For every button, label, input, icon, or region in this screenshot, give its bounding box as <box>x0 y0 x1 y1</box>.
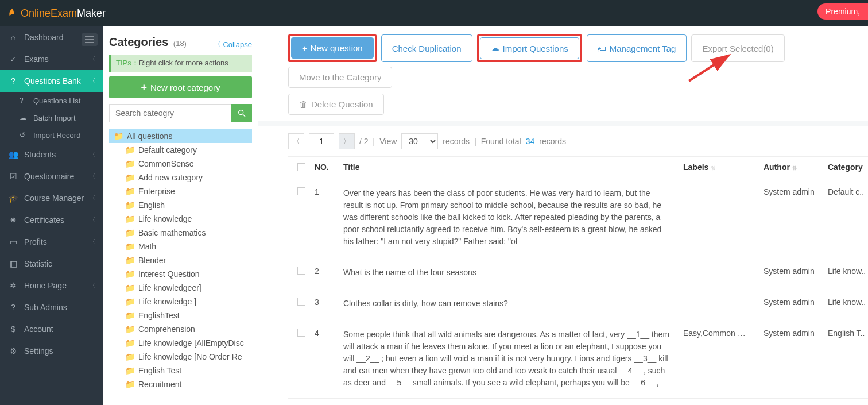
sidebar-item-account[interactable]: $ Account <box>0 318 103 340</box>
row-checkbox[interactable] <box>297 329 305 337</box>
category-node[interactable]: 📁Recruitment <box>109 377 252 391</box>
category-label: Math <box>138 242 156 251</box>
row-title: Over the years has been the class of poo… <box>343 187 683 248</box>
chevron-left-icon: 〈 <box>90 216 95 224</box>
category-node[interactable]: 📁Enterprise <box>109 184 252 198</box>
button-label: Move to the Category <box>299 72 381 82</box>
row-checkbox[interactable] <box>297 298 305 306</box>
table-row[interactable]: 3 Clothes collar is dirty, how can remov… <box>288 288 868 319</box>
sort-icon: ⇅ <box>711 165 715 171</box>
category-label: Enterprise <box>138 187 175 196</box>
category-node[interactable]: 📁Add new category <box>109 171 252 184</box>
sidebar-item-questions-bank[interactable]: ? Questions Bank 〈 <box>0 70 103 92</box>
per-page-select[interactable]: 30 <box>401 133 438 149</box>
category-label: Default category <box>138 145 197 155</box>
sidebar-sub-batch-import[interactable]: ☁ Batch Import <box>0 109 103 126</box>
cloud-icon: ☁ <box>20 114 29 122</box>
delete-question-button[interactable]: 🗑 Delete Question <box>288 94 384 115</box>
import-questions-button[interactable]: ☁ Import Questions <box>480 37 579 59</box>
export-selected-button[interactable]: Export Selected(0) <box>691 34 784 62</box>
total-pages-label: / 2 <box>359 137 369 146</box>
category-label: Recruitment <box>138 380 181 389</box>
table-row[interactable]: 4 Some people think that all wild animal… <box>288 319 868 399</box>
check-circle-icon: ✓ <box>8 55 18 64</box>
category-node[interactable]: 📁Basic mathematics <box>109 226 252 240</box>
category-label: English <box>138 200 165 210</box>
folder-icon: 📁 <box>125 352 135 361</box>
settings-icon: ⚙ <box>8 346 18 356</box>
category-node[interactable]: 📁EnglishTest <box>109 308 252 322</box>
prev-page-button[interactable]: 〈 <box>288 133 304 149</box>
sidebar-item-label: Home Page <box>24 281 67 290</box>
sidebar-sub-import-record[interactable]: ↺ Import Record <box>0 126 103 144</box>
new-root-category-button[interactable]: + New root category <box>109 76 252 98</box>
category-node[interactable]: 📁Life knowledge [No Order Re <box>109 350 252 364</box>
table-row[interactable]: 2 What is the name of the four seasons S… <box>288 257 868 288</box>
category-tree: 📁All questions 📁Default category 📁Common… <box>109 129 252 391</box>
category-node[interactable]: 📁English <box>109 198 252 212</box>
category-node[interactable]: 📁English Test <box>109 364 252 377</box>
row-no: 1 <box>315 187 343 248</box>
check-duplication-button[interactable]: Check Duplication <box>381 34 472 62</box>
sidebar-item-sub-admins[interactable]: ? Sub Admins <box>0 296 103 318</box>
category-node[interactable]: 📁Default category <box>109 143 252 157</box>
row-category: Life know.. <box>828 267 868 279</box>
category-node[interactable]: 📁Math <box>109 240 252 253</box>
sidebar-item-profits[interactable]: ▭ Profits 〈 <box>0 231 103 253</box>
category-node[interactable]: 📁Life knowledge [AllEmptyDisc <box>109 336 252 350</box>
chart-icon: ▥ <box>8 259 18 268</box>
page-number-input[interactable] <box>309 133 334 149</box>
sidebar-item-statistic[interactable]: ▥ Statistic <box>0 253 103 275</box>
plus-icon: + <box>302 43 307 53</box>
management-tag-button[interactable]: 🏷 Management Tag <box>587 34 687 62</box>
sidebar-item-students[interactable]: 👥 Students 〈 <box>0 144 103 165</box>
sidebar-item-settings[interactable]: ⚙ Settings <box>0 340 103 362</box>
category-node[interactable]: 📁Life knowledge ] <box>109 295 252 308</box>
chevron-left-icon: 〈 <box>90 281 95 290</box>
table-row[interactable]: 1 Over the years has been the class of p… <box>288 178 868 257</box>
logo[interactable]: OnlineExam Maker <box>7 7 106 20</box>
svg-line-1 <box>243 114 245 117</box>
sidebar-item-label: Account <box>24 325 53 334</box>
tips-text: Right click for more actions <box>139 59 228 67</box>
found-suffix-label: records <box>539 137 566 146</box>
category-node-all-questions[interactable]: 📁All questions <box>109 129 252 143</box>
row-labels <box>683 267 764 279</box>
sidebar-item-exams[interactable]: ✓ Exams 〈 <box>0 48 103 70</box>
category-node[interactable]: 📁Interest Question <box>109 267 252 281</box>
new-question-button[interactable]: + New question <box>291 37 374 59</box>
folder-icon: 📁 <box>125 297 135 306</box>
category-node[interactable]: 📁Life knowledge <box>109 212 252 226</box>
category-node[interactable]: 📁Blender <box>109 253 252 267</box>
row-checkbox[interactable] <box>297 187 305 195</box>
category-label: Life knowledgeer] <box>138 283 202 292</box>
chevron-left-icon: 〈 <box>90 172 95 180</box>
row-checkbox[interactable] <box>297 267 305 275</box>
category-node[interactable]: 📁Comprehension <box>109 322 252 336</box>
sidebar-item-certificates[interactable]: ✷ Certificates 〈 <box>0 209 103 231</box>
move-to-category-button[interactable]: Move to the Category <box>288 67 392 88</box>
row-category: Life know.. <box>828 298 868 310</box>
gear-icon: ✲ <box>8 281 18 290</box>
sidebar-item-home-page[interactable]: ✲ Home Page 〈 <box>0 275 103 296</box>
category-node[interactable]: 📁Life knowledgeer] <box>109 281 252 295</box>
sidebar-sub-questions-list[interactable]: ? Questions List <box>0 92 103 109</box>
chevron-right-icon: 〉 <box>343 137 350 146</box>
sidebar-item-questionnaire[interactable]: ☑ Questionnaire 〈 <box>0 165 103 187</box>
logo-text-1: OnlineExam <box>21 7 77 20</box>
category-label: All questions <box>127 132 172 141</box>
header-author[interactable]: Author⇅ <box>764 163 828 172</box>
premium-button[interactable]: Premium, <box>817 3 868 20</box>
sidebar-item-dashboard[interactable]: ⌂ Dashboard <box>0 26 103 48</box>
sidebar-item-course-manager[interactable]: 🎓 Course Manager 〈 <box>0 187 103 209</box>
select-all-checkbox[interactable] <box>297 163 305 171</box>
svg-point-0 <box>239 110 243 115</box>
search-category-button[interactable] <box>231 104 252 122</box>
dollar-icon: $ <box>8 325 18 334</box>
sidebar-sub-label: Questions List <box>33 97 80 105</box>
search-category-input[interactable] <box>109 104 231 122</box>
collapse-link[interactable]: 〈 Collapse <box>215 40 252 49</box>
header-labels[interactable]: Labels⇅ <box>683 163 764 172</box>
next-page-button[interactable]: 〉 <box>339 133 355 149</box>
category-node[interactable]: 📁CommonSense <box>109 157 252 171</box>
